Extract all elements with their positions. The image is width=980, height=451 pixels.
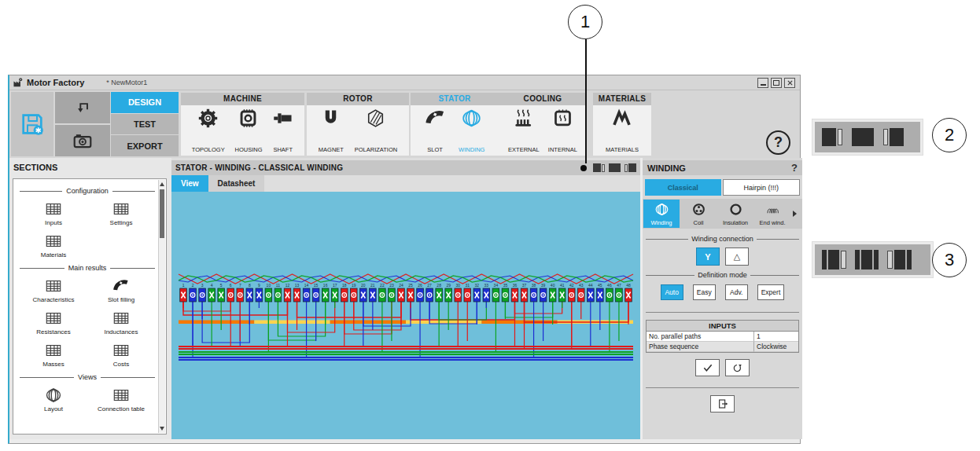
- refresh-icon: [731, 362, 743, 374]
- window-buttons: [757, 78, 795, 88]
- apply-button[interactable]: [695, 359, 720, 376]
- section-item-costs[interactable]: Costs: [87, 338, 155, 370]
- mode-adv-button[interactable]: Adv.: [725, 284, 748, 300]
- ribbon-item-materials[interactable]: MATERIALS: [606, 108, 639, 155]
- table-icon: [43, 342, 64, 359]
- apply-reset-row: [643, 359, 802, 376]
- save-icon: [20, 112, 45, 137]
- definition-mode-options: Auto Easy Adv. Expert: [643, 284, 802, 300]
- svg-text:6: 6: [230, 283, 232, 288]
- minimize-button[interactable]: [757, 78, 768, 88]
- mode-nav: DESIGN TEST EXPORT: [111, 92, 179, 156]
- svg-text:21: 21: [370, 283, 375, 288]
- reset-button[interactable]: [725, 359, 750, 376]
- view-tab-bar: View Datasheet: [171, 175, 640, 192]
- connection-wye-button[interactable]: Y: [696, 248, 720, 266]
- section-item-settings[interactable]: Settings: [87, 196, 155, 229]
- ribbon-item-magnet[interactable]: MAGNET: [319, 108, 344, 155]
- callout-3-label: 3: [945, 250, 954, 270]
- factory-logo-icon: [13, 77, 24, 88]
- import-button[interactable]: [55, 92, 110, 123]
- svg-text:2: 2: [192, 283, 194, 288]
- input-name: Phase sequence: [647, 342, 754, 352]
- section-item-inductances[interactable]: Inductances: [87, 306, 155, 338]
- section-item-slot-filling[interactable]: Slot filling: [87, 273, 155, 306]
- tab-classical[interactable]: Classical: [645, 179, 721, 196]
- section-item-resistances[interactable]: Resistances: [20, 306, 87, 338]
- three-pane-right-light-icon-zoomed: [822, 250, 846, 270]
- maximize-icon: [773, 80, 779, 86]
- section-item-layout[interactable]: Layout: [20, 383, 87, 415]
- maximize-button[interactable]: [771, 78, 782, 88]
- subtab-insulation[interactable]: Insulation: [717, 200, 753, 228]
- subtab-coil[interactable]: Coil: [680, 200, 717, 228]
- layout-split-left-icon[interactable]: [624, 163, 636, 172]
- ribbon-item-winding[interactable]: WINDING: [459, 108, 484, 155]
- ribbon-item-topology[interactable]: TOPOLOGY: [192, 108, 225, 155]
- ribbon-item-external[interactable]: EXTERNAL: [508, 108, 540, 155]
- winding-coil-icon: [654, 202, 669, 217]
- document-title: * NewMotor1: [106, 79, 147, 86]
- input-value-phase-sequence[interactable]: Clockwise: [754, 342, 798, 352]
- ribbon-group-title: MATERIALS: [593, 93, 651, 105]
- scroll-down-arrow[interactable]: [160, 427, 164, 431]
- section-item-inputs[interactable]: Inputs: [20, 196, 87, 229]
- winding-diagram-view[interactable]: 1234567891011121314151617181920212223242…: [171, 192, 640, 439]
- export-winding-button[interactable]: [710, 395, 735, 412]
- tab-view[interactable]: View: [171, 175, 208, 192]
- nav-export[interactable]: EXPORT: [111, 135, 179, 156]
- svg-text:9: 9: [258, 283, 260, 288]
- svg-text:37: 37: [522, 283, 527, 288]
- ribbon-group-title: MACHINE: [181, 93, 304, 105]
- mode-easy-button[interactable]: Easy: [693, 284, 716, 300]
- svg-text:38: 38: [532, 283, 536, 288]
- scroll-up-arrow[interactable]: [160, 182, 164, 186]
- svg-text:13: 13: [295, 283, 300, 288]
- section-item-masses[interactable]: Masses: [20, 338, 87, 370]
- callout-3: 3: [932, 243, 967, 277]
- svg-text:10: 10: [267, 283, 271, 288]
- tab-hairpin[interactable]: Hairpin (!!!): [723, 179, 801, 196]
- save-project-button[interactable]: [11, 92, 53, 156]
- nav-test[interactable]: TEST: [111, 114, 179, 135]
- section-item-connection-table[interactable]: Connection table: [87, 383, 155, 415]
- scroll-thumb[interactable]: [160, 189, 164, 238]
- winding-help-button[interactable]: ?: [791, 162, 798, 174]
- svg-text:16: 16: [323, 283, 328, 288]
- svg-text:36: 36: [513, 283, 518, 288]
- layout-split-right-icon[interactable]: [593, 163, 605, 172]
- callout-target-dot: [580, 165, 587, 171]
- input-value-parallel-paths[interactable]: 1: [754, 332, 798, 342]
- snapshot-button[interactable]: [55, 125, 110, 156]
- table-row: Phase sequence Clockwise: [647, 342, 798, 352]
- motor-factory-window: Motor Factory * NewMotor1 DESIGN TEST EX…: [8, 75, 801, 444]
- mode-expert-button[interactable]: Expert: [757, 284, 785, 300]
- ribbon-item-slot[interactable]: SLOT: [425, 108, 446, 155]
- table-icon: [43, 200, 64, 218]
- sections-scrollbar[interactable]: [158, 180, 165, 433]
- svg-text:30: 30: [455, 283, 460, 288]
- help-button[interactable]: ?: [766, 130, 790, 155]
- slot-icon: [425, 108, 446, 129]
- minimize-icon: [761, 84, 766, 86]
- section-item-characteristics[interactable]: Characteristics: [20, 273, 87, 306]
- ribbon-group-cooling: COOLING EXTERNAL INTERNAL: [499, 93, 587, 156]
- connection-delta-button[interactable]: △: [725, 248, 749, 266]
- section-item-materials[interactable]: Materials: [20, 229, 87, 261]
- table-icon: [43, 277, 64, 295]
- subtab-end-winding[interactable]: End wind.: [754, 200, 790, 228]
- ribbon-item-housing[interactable]: HOUSING: [234, 108, 262, 155]
- sub-tabs-overflow-arrow[interactable]: [793, 211, 797, 217]
- nav-design[interactable]: DESIGN: [111, 92, 179, 113]
- mode-auto-button[interactable]: Auto: [661, 284, 683, 300]
- ribbon-item-shaft[interactable]: SHAFT: [272, 108, 293, 155]
- close-button[interactable]: [784, 78, 795, 88]
- subtab-winding[interactable]: Winding: [643, 200, 680, 228]
- ribbon-item-internal[interactable]: INTERNAL: [548, 108, 577, 155]
- insulation-ring-icon: [728, 202, 743, 217]
- ribbon-group-materials: MATERIALS MATERIALS: [593, 93, 651, 156]
- svg-text:41: 41: [560, 283, 565, 288]
- layout-full-icon[interactable]: [609, 163, 621, 172]
- tab-datasheet[interactable]: Datasheet: [208, 175, 265, 192]
- ribbon-item-polarization[interactable]: POLARIZATION: [355, 108, 397, 155]
